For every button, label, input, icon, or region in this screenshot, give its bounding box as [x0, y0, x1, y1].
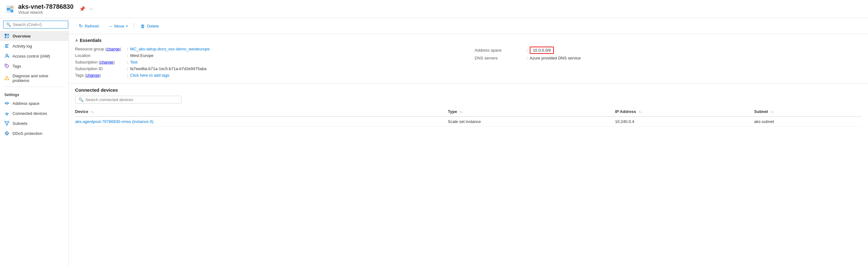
address-space-icon	[4, 101, 9, 106]
sidebar-item-diagnose-label: Diagnose and solve problems	[12, 73, 64, 83]
change-subscription-link[interactable]: change	[100, 60, 113, 64]
top-header: aks-vnet-78786830 Virtual network 📌 ···	[0, 0, 868, 18]
connected-devices-title: Connected devices	[75, 87, 862, 93]
essentials-grid: Resource group (change) : MC_aks-setup-d…	[75, 47, 862, 80]
resource-subtitle: Virtual network	[18, 10, 73, 15]
column-header-subnet[interactable]: Subnet ↑↓	[754, 107, 862, 117]
subnet-cell: aks-subnet	[754, 117, 862, 127]
search-input[interactable]	[13, 22, 65, 27]
svg-rect-9	[7, 36, 9, 38]
refresh-button[interactable]: ↻ Refresh	[75, 21, 103, 31]
svg-point-23	[6, 114, 7, 115]
column-header-type[interactable]: Type ↑↓	[448, 107, 615, 117]
essentials-row-tags: Tags (change) : Click here to add tags	[75, 73, 462, 78]
ip-cell: 10.240.0.4	[615, 117, 754, 127]
location-value: West Europe	[130, 53, 154, 58]
svg-rect-12	[5, 47, 8, 48]
subscription-value-link[interactable]: Test	[130, 60, 138, 64]
tags-icon	[4, 63, 9, 68]
svg-point-13	[6, 54, 8, 56]
essentials-row-subscription: Subscription (change) : Test	[75, 60, 462, 64]
header-title-block: aks-vnet-78786830 Virtual network	[18, 3, 73, 15]
svg-line-29	[7, 122, 8, 124]
connected-devices-search-box[interactable]: 🔍	[75, 96, 182, 104]
move-button[interactable]: → Move ▾	[104, 22, 132, 31]
change-tags-link[interactable]: change	[86, 73, 99, 78]
resource-group-link[interactable]: MC_aks-setup-docs_esc-demo_westeurope	[130, 47, 210, 51]
device-link[interactable]: aks-agentpool-78786830-vmss (instance 0)	[75, 119, 153, 124]
connected-devices-icon	[4, 111, 9, 116]
move-chevron-icon: ▾	[126, 24, 128, 28]
svg-point-15	[6, 65, 7, 66]
sidebar-item-iam-label: Access control (IAM)	[12, 54, 50, 59]
sidebar-item-tags[interactable]: Tags	[0, 61, 68, 71]
more-options-icon[interactable]: ···	[89, 6, 93, 12]
sidebar-item-address-space-label: Address space	[12, 101, 39, 106]
column-header-ip[interactable]: IP Address ↑↓	[615, 107, 754, 117]
sidebar-item-address-space[interactable]: Address space	[0, 98, 68, 108]
sidebar-item-ddos[interactable]: S DDoS protection	[0, 128, 68, 138]
device-cell: aks-agentpool-78786830-vmss (instance 0)	[75, 117, 448, 127]
sidebar-item-connected-devices-label: Connected devices	[12, 111, 47, 116]
settings-section-header: Settings	[0, 88, 68, 98]
toolbar-separator	[134, 23, 134, 29]
essentials-right-column: Address space : 10.0.0.0/8 DNS servers :…	[475, 47, 862, 80]
table-row: aks-agentpool-78786830-vmss (instance 0)…	[75, 117, 862, 127]
sidebar-item-access-control[interactable]: Access control (IAM)	[0, 51, 68, 61]
iam-icon	[4, 54, 9, 59]
svg-point-25	[8, 121, 9, 122]
essentials-row-dns: DNS servers : Azure provided DNS service	[475, 56, 862, 60]
move-icon: →	[108, 24, 113, 29]
search-box[interactable]: 🔍	[3, 21, 68, 28]
sort-ip-icon: ↑↓	[638, 110, 642, 114]
essentials-row-location: Location : West Europe	[75, 53, 462, 58]
delete-button[interactable]: 🗑 Delete	[137, 22, 163, 31]
svg-rect-7	[7, 34, 9, 36]
refresh-icon: ↻	[79, 23, 83, 29]
sidebar-item-connected-devices[interactable]: Connected devices	[0, 108, 68, 118]
svg-point-19	[5, 103, 6, 104]
sort-type-icon: ↑↓	[459, 110, 463, 114]
sidebar-item-diagnose[interactable]: Diagnose and solve problems	[0, 71, 68, 85]
overview-icon	[4, 33, 9, 38]
search-icon: 🔍	[6, 22, 11, 27]
sidebar: 🔍 « Overview Activity log Access control…	[0, 18, 69, 266]
content-area: ↻ Refresh → Move ▾ 🗑 Delete ∧ Essentials	[69, 18, 868, 266]
sidebar-item-subnets-label: Subnets	[12, 121, 28, 126]
type-cell: Scale set instance	[448, 117, 615, 127]
resource-icon	[5, 4, 15, 14]
sidebar-item-activity-log-label: Activity log	[12, 44, 32, 49]
sidebar-item-overview[interactable]: Overview	[0, 31, 68, 41]
address-space-value: 10.0.0.0/8	[530, 47, 554, 54]
resource-title: aks-vnet-78786830	[18, 3, 73, 10]
essentials-left-column: Resource group (change) : MC_aks-setup-d…	[75, 47, 462, 80]
essentials-row-resource-group: Resource group (change) : MC_aks-setup-d…	[75, 47, 462, 51]
sidebar-item-activity-log[interactable]: Activity log	[0, 41, 68, 51]
sidebar-item-subnets[interactable]: Subnets	[0, 118, 68, 128]
change-resource-group-link[interactable]: change	[106, 47, 120, 51]
subnets-icon	[4, 121, 9, 126]
header-actions: 📌 ···	[79, 6, 93, 12]
dns-servers-value: Azure provided DNS service	[530, 56, 581, 60]
sort-subnet-icon: ↑↓	[770, 110, 774, 114]
sidebar-item-tags-label: Tags	[12, 64, 21, 68]
svg-line-28	[5, 122, 7, 124]
sidebar-divider	[4, 87, 64, 87]
essentials-row-address-space: Address space : 10.0.0.0/8	[475, 47, 862, 54]
diagnose-icon	[4, 76, 9, 81]
pin-icon[interactable]: 📌	[79, 6, 86, 12]
devices-search-icon: 🔍	[79, 97, 84, 102]
connected-devices-section: Connected devices 🔍 Device ↑↓ Type ↑↓	[69, 84, 868, 130]
svg-point-26	[6, 124, 7, 125]
subscription-id-value: fa7eed6a-b71a-1ec5-b71a-b7d2e9475aba	[130, 66, 207, 71]
column-header-device[interactable]: Device ↑↓	[75, 107, 448, 117]
tags-value-link[interactable]: Click here to add tags	[130, 73, 169, 78]
svg-point-14	[8, 56, 9, 57]
connected-devices-table: Device ↑↓ Type ↑↓ IP Address ↑↓ Subnet	[75, 107, 862, 127]
svg-point-24	[5, 121, 6, 122]
delete-icon: 🗑	[141, 24, 145, 29]
essentials-section: ∧ Essentials Resource group (change) : M…	[69, 34, 868, 84]
essentials-chevron-icon[interactable]: ∧	[75, 38, 78, 42]
connected-devices-search-input[interactable]	[86, 97, 178, 102]
toolbar: ↻ Refresh → Move ▾ 🗑 Delete	[69, 18, 868, 34]
